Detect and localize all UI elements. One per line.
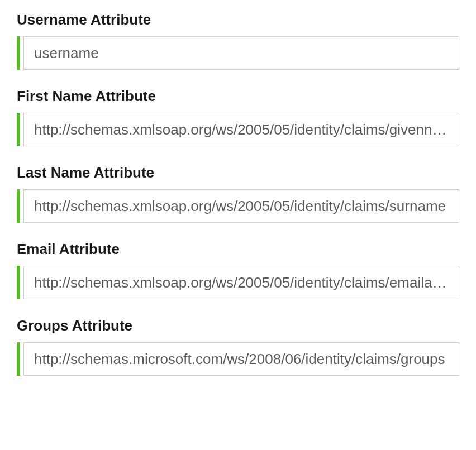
input-wrapper bbox=[17, 36, 459, 70]
first-name-attribute-group: First Name Attribute bbox=[17, 88, 459, 146]
last-name-attribute-label: Last Name Attribute bbox=[17, 164, 459, 181]
email-attribute-input[interactable] bbox=[23, 266, 459, 299]
first-name-attribute-input[interactable] bbox=[23, 113, 459, 146]
input-wrapper bbox=[17, 113, 459, 146]
groups-attribute-label: Groups Attribute bbox=[17, 317, 459, 334]
input-wrapper bbox=[17, 189, 459, 223]
groups-attribute-group: Groups Attribute bbox=[17, 317, 459, 376]
username-attribute-group: Username Attribute bbox=[17, 11, 459, 70]
groups-attribute-input[interactable] bbox=[23, 342, 459, 376]
input-wrapper bbox=[17, 342, 459, 376]
first-name-attribute-label: First Name Attribute bbox=[17, 88, 459, 105]
last-name-attribute-group: Last Name Attribute bbox=[17, 164, 459, 223]
email-attribute-group: Email Attribute bbox=[17, 241, 459, 299]
input-wrapper bbox=[17, 266, 459, 299]
username-attribute-label: Username Attribute bbox=[17, 11, 459, 28]
username-attribute-input[interactable] bbox=[23, 36, 459, 70]
last-name-attribute-input[interactable] bbox=[23, 189, 459, 223]
email-attribute-label: Email Attribute bbox=[17, 241, 459, 258]
